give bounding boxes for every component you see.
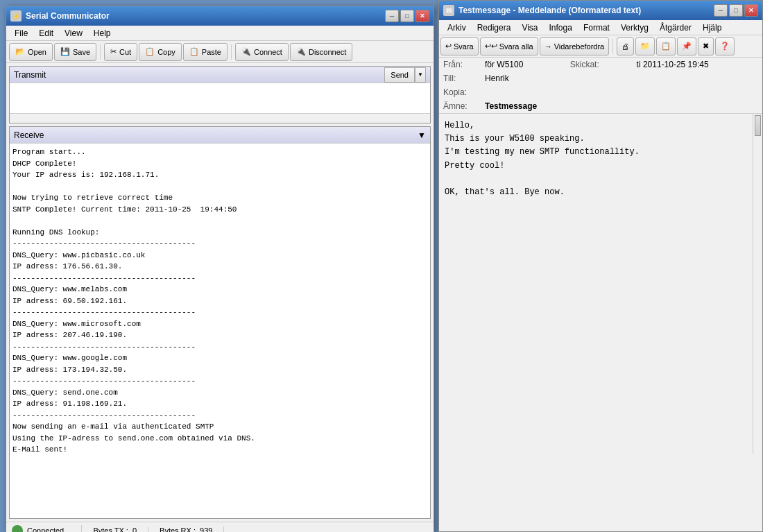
serial-minimize-btn[interactable]: ─ (385, 10, 399, 22)
email-menu-bar: Arkiv Redigera Visa Infoga Format Verkty… (439, 20, 762, 35)
serial-menu-file[interactable]: File (9, 27, 33, 40)
email-toolbar: ↩ Svara ↩↩ Svara alla → Vidarebefordra 🖨… (439, 35, 762, 58)
copy2-icon: 📋 (661, 42, 671, 51)
serial-menu-bar: File Edit View Help (6, 26, 434, 41)
paste-button[interactable]: 📋 Paste (183, 43, 228, 61)
connected-icon (12, 525, 23, 533)
email-title-bar: ✉ Testmessage - Meddelande (Oformaterad … (439, 1, 762, 20)
subject-label: Ämne: (439, 99, 481, 114)
email-body-container: Hello, This is your W5100 speaking. I'm … (439, 114, 762, 454)
email-header-table: Från: för W5100 Skickat: ti 2011-10-25 1… (439, 58, 762, 114)
receive-label: Receive (14, 130, 44, 140)
header-cc-row: Kopia: (439, 85, 762, 99)
cut-button[interactable]: ✂ Cut (104, 43, 137, 61)
email-window-controls: ─ □ ✕ (714, 4, 758, 17)
email-menu-verktyg[interactable]: Verktyg (615, 22, 654, 34)
transmit-hscrollbar[interactable] (10, 113, 430, 123)
transmit-header: Transmit Send ▼ (10, 67, 430, 83)
send-button[interactable]: Send (384, 67, 415, 83)
serial-close-btn[interactable]: ✕ (415, 10, 429, 22)
copy-icon: 📋 (145, 47, 155, 56)
serial-menu-edit[interactable]: Edit (33, 27, 59, 40)
delete-button[interactable]: ✖ (698, 37, 714, 55)
header-subject-row: Ämne: Testmessage (439, 99, 762, 114)
disconnect-button[interactable]: 🔌 Disconnect (290, 43, 352, 61)
save-button[interactable]: 💾 Save (54, 43, 96, 61)
receive-content: Program start... DHCP Complete! Your IP … (10, 144, 430, 518)
disconnect-icon: 🔌 (296, 47, 306, 56)
status-rx-segment: Bytes RX : 939 (160, 526, 224, 533)
subject-value: Testmessage (481, 99, 762, 114)
svara-alla-button[interactable]: ↩↩ Svara alla (480, 37, 538, 55)
connect-button[interactable]: 🔌 Connect (235, 43, 289, 61)
header-from-row: Från: för W5100 Skickat: ti 2011-10-25 1… (439, 58, 762, 71)
open-icon: 📂 (15, 47, 25, 56)
receive-dropdown-icon[interactable]: ▼ (418, 130, 426, 140)
scrollbar-thumb[interactable] (755, 115, 761, 136)
from-label: Från: (439, 58, 481, 71)
bytes-rx-value: 939 (200, 526, 212, 533)
email-menu-infoga[interactable]: Infoga (544, 22, 578, 34)
toolbar-sep-1 (100, 44, 101, 60)
serial-menu-view[interactable]: View (59, 27, 88, 40)
paste-icon: 📋 (189, 47, 199, 56)
bytes-tx-label: Bytes TX : (93, 526, 128, 533)
serial-app-icon: ⚡ (10, 10, 22, 22)
email-maximize-btn[interactable]: □ (729, 4, 743, 17)
print-icon: 🖨 (621, 42, 629, 51)
send-dropdown[interactable]: ▼ (415, 67, 426, 83)
reply-icon: ↩ (445, 42, 452, 51)
print-button[interactable]: 🖨 (617, 37, 634, 55)
cut-icon: ✂ (110, 47, 117, 56)
serial-communicator-window: ⚡ Serial Communicator ─ □ ✕ File Edit Vi… (6, 6, 434, 532)
email-toolbar-sep-1 (612, 39, 613, 54)
vidarebefordra-button[interactable]: → Vidarebefordra (540, 37, 610, 55)
flag-icon: 📌 (682, 42, 692, 51)
email-window: ✉ Testmessage - Meddelande (Oformaterad … (438, 0, 763, 532)
email-menu-atgarder[interactable]: Åtgärder (654, 22, 697, 34)
serial-toolbar: 📂 Open 💾 Save ✂ Cut 📋 Copy 📋 Paste 🔌 Con… (6, 41, 434, 63)
email-minimize-btn[interactable]: ─ (714, 4, 728, 17)
transmit-area: Transmit Send ▼ (9, 66, 431, 123)
email-menu-arkiv[interactable]: Arkiv (442, 22, 472, 34)
to-value: Henrik (481, 71, 762, 85)
bytes-tx-value: 0 (132, 526, 137, 533)
move-icon: 📁 (640, 42, 650, 51)
chevron-down-icon: ▼ (418, 71, 423, 78)
toolbar-sep-2 (231, 44, 232, 60)
email-menu-format[interactable]: Format (578, 22, 615, 34)
cc-value (481, 85, 762, 99)
open-button[interactable]: 📂 Open (9, 43, 53, 61)
send-btn-area: Send ▼ (384, 67, 426, 83)
cc-label: Kopia: (439, 85, 481, 99)
email-close-btn[interactable]: ✕ (744, 4, 758, 17)
reply-all-icon: ↩↩ (485, 42, 497, 51)
email-menu-redigera[interactable]: Redigera (472, 22, 517, 34)
status-tx-segment: Bytes TX : 0 (93, 526, 148, 533)
serial-title-bar: ⚡ Serial Communicator ─ □ ✕ (6, 6, 434, 26)
svg-point-0 (14, 527, 21, 533)
email-menu-hjalp[interactable]: Hjälp (697, 22, 727, 34)
help-button[interactable]: ❓ (715, 37, 735, 55)
svara-button[interactable]: ↩ Svara (440, 37, 479, 55)
transmit-input[interactable] (10, 83, 430, 111)
copy2-button[interactable]: 📋 (656, 37, 676, 55)
sent-value: ti 2011-10-25 19:45 (633, 58, 762, 71)
bytes-rx-label: Bytes RX : (160, 526, 196, 533)
copy-button[interactable]: 📋 Copy (139, 43, 182, 61)
serial-maximize-btn[interactable]: □ (400, 10, 414, 22)
receive-header: Receive ▼ (10, 127, 430, 144)
serial-menu-help[interactable]: Help (88, 27, 117, 40)
serial-status-bar: Connected... Bytes TX : 0 Bytes RX : 939 (6, 522, 434, 532)
connect-icon: 🔌 (241, 47, 251, 56)
save-icon: 💾 (60, 47, 70, 56)
flag-button[interactable]: 📌 (677, 37, 696, 55)
delete-icon: ✖ (703, 42, 709, 51)
email-window-title: Testmessage - Meddelande (Oformaterad te… (458, 6, 714, 15)
header-to-row: Till: Henrik (439, 71, 762, 85)
email-app-icon: ✉ (443, 5, 454, 16)
email-menu-visa[interactable]: Visa (516, 22, 543, 34)
move-button[interactable]: 📁 (635, 37, 655, 55)
email-scrollbar[interactable] (753, 114, 762, 454)
transmit-label: Transmit (14, 70, 46, 80)
